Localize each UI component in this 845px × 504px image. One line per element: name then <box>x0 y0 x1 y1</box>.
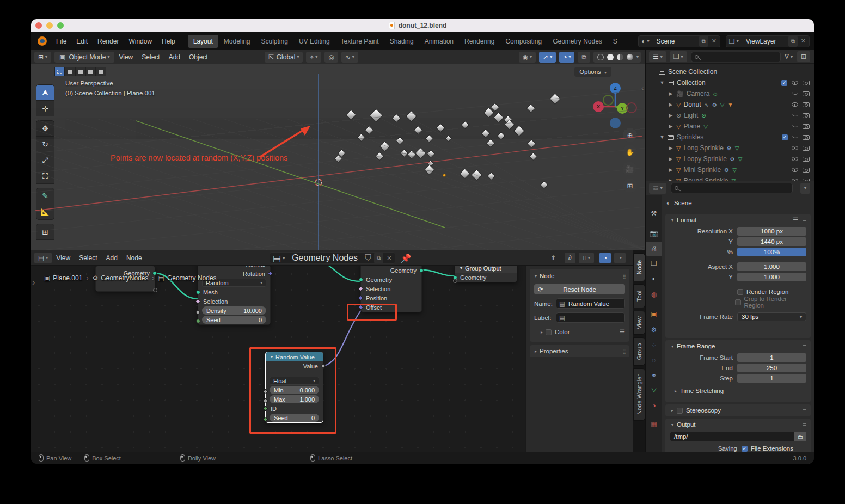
value-field-density[interactable]: Density10.000 <box>202 306 266 315</box>
tab-texture-paint[interactable]: Texture Paint <box>335 35 384 48</box>
render-visibility-icon[interactable] <box>803 135 810 140</box>
outliner-search-input[interactable] <box>691 52 781 62</box>
viewport-menu-select[interactable]: Select <box>137 52 164 63</box>
view-layer-selector[interactable]: ❏▾ ViewLayer ⧉ ✕ <box>726 35 810 47</box>
snap-target-selector[interactable]: ⌖▾ <box>306 52 321 63</box>
properties-tab-world[interactable]: ◍ <box>646 287 662 302</box>
sidebar-tab-tool[interactable]: Tool <box>633 284 645 308</box>
properties-tab-render[interactable]: 📷 <box>646 226 662 241</box>
hide-eye-icon[interactable] <box>792 168 798 172</box>
properties-tab-view-layer[interactable]: ❏ <box>646 256 662 271</box>
geometry-node-editor[interactable]: GeometryNormalRotationRandom▾MeshSelecti… <box>31 250 633 452</box>
expander[interactable]: ▶ <box>668 156 674 162</box>
menu-file[interactable]: File <box>51 35 71 47</box>
tab-compositing[interactable]: Compositing <box>500 35 547 48</box>
geometry-input-socket[interactable] <box>359 278 363 282</box>
node-section-title[interactable]: Node <box>540 273 555 279</box>
output-path-input[interactable]: /tmp/ <box>670 432 794 441</box>
tab-modeling[interactable]: Modeling <box>218 35 256 48</box>
sidebar-tab-group[interactable]: Group <box>633 337 645 366</box>
transform-orientation-selector[interactable]: ⇱Global▾ <box>265 52 303 63</box>
show-gizmo-toggle[interactable]: ↗▾ <box>539 52 556 63</box>
menu-help[interactable]: Help <box>157 35 180 47</box>
hide-eye-icon[interactable] <box>792 81 798 85</box>
view-layer-name[interactable]: ViewLayer <box>742 38 788 45</box>
expander[interactable]: ▶ <box>668 113 674 118</box>
properties-search-input[interactable] <box>671 183 793 193</box>
breadcrumb-item[interactable]: Geometry Nodes <box>167 274 217 282</box>
tree-name[interactable]: Geometry Nodes <box>287 253 362 263</box>
hide-eye-icon[interactable] <box>792 102 798 107</box>
outliner-item-label[interactable]: Loopy Sprinkle <box>683 155 726 163</box>
visibility-checkbox[interactable]: ✓ <box>782 134 788 140</box>
menu-render[interactable]: Render <box>93 35 124 47</box>
frame-range-panel-title[interactable]: Frame Range <box>677 343 715 349</box>
outliner-item-label[interactable]: Scene Collection <box>668 68 717 76</box>
sidebar-tab-node-wrangler[interactable]: Node Wrangler <box>633 368 645 421</box>
snap-node-toggle[interactable]: ∂ <box>565 253 575 263</box>
node-menu-node[interactable]: Node <box>122 253 146 263</box>
outliner-item-label[interactable]: Mini Sprinkle <box>683 166 721 174</box>
tab-s[interactable]: S <box>608 35 623 48</box>
tab-uv-editing[interactable]: UV Editing <box>293 35 335 48</box>
render-visibility-icon[interactable] <box>803 91 810 96</box>
properties-section[interactable]: ▸ Properties ⣿ <box>530 345 629 357</box>
properties-tab-constraints[interactable]: ⚭ <box>646 368 662 383</box>
field-step[interactable]: 1 <box>737 374 806 383</box>
outliner-row-plane[interactable]: ▶▽Plane▽ <box>646 121 814 132</box>
node-group-output[interactable]: ▾Group OutputGeometry <box>455 263 517 282</box>
expander[interactable]: ▶ <box>668 124 674 129</box>
expander[interactable]: ▶ <box>668 91 674 96</box>
tab-geometry-nodes[interactable]: Geometry Nodes <box>547 35 608 48</box>
editor-type-button[interactable]: ▤▾ <box>34 253 52 263</box>
virtual-socket[interactable] <box>153 288 157 292</box>
presets-menu-icon[interactable]: ☰ <box>620 328 625 336</box>
expander[interactable]: ▼ <box>659 80 665 85</box>
viewport-menu-add[interactable]: Add <box>164 52 185 63</box>
breadcrumb-item[interactable]: GeometryNodes <box>101 274 148 282</box>
render-visibility-icon[interactable] <box>803 124 810 129</box>
properties-tab-material[interactable]: ◑ <box>646 398 662 413</box>
node-label-input[interactable]: ▤ <box>556 312 625 323</box>
properties-tab-scene[interactable]: ◐ <box>646 272 662 286</box>
outliner-item-label[interactable]: Plane <box>683 122 700 130</box>
expander[interactable]: ▼ <box>659 134 665 140</box>
node-name-input[interactable]: ▤Random Value <box>556 298 625 309</box>
properties-tab-texture[interactable]: ▦ <box>646 417 662 431</box>
format-panel-title[interactable]: Format <box>677 217 696 223</box>
node-menu-select[interactable]: Select <box>75 253 101 263</box>
new-view-layer-button[interactable]: ⧉ <box>788 36 798 47</box>
properties-tab-object[interactable]: ▣ <box>646 307 662 321</box>
xray-toggle[interactable]: ⧉ <box>578 52 590 63</box>
outliner-item-label[interactable]: Donut <box>683 101 701 108</box>
panel-options-icon[interactable]: = <box>803 421 806 428</box>
reset-node-button[interactable]: ⟳ Reset Node <box>534 284 625 294</box>
output-panel-title[interactable]: Output <box>677 421 696 428</box>
outliner-row-donut[interactable]: ▶▽Donut∿⚙▽▼ <box>646 99 814 110</box>
tab-shading[interactable]: Shading <box>384 35 419 48</box>
menu-window[interactable]: Window <box>124 35 157 47</box>
display-mode-selector[interactable]: ❏▾ <box>670 51 687 62</box>
outliner-item-label[interactable]: Light <box>684 112 698 119</box>
properties-tab-modifiers[interactable]: ⚙ <box>646 323 662 337</box>
tab-rendering[interactable]: Rendering <box>459 35 500 48</box>
value-field-seed[interactable]: Seed0 <box>202 316 266 324</box>
checkbox-render-region[interactable] <box>737 289 743 295</box>
mode-selector[interactable]: ▣Object Mode▾ <box>54 52 114 63</box>
show-overlays-toggle[interactable]: ◔▾ <box>559 52 574 63</box>
render-visibility-icon[interactable] <box>803 113 810 118</box>
shading-mode-buttons[interactable]: ▾ <box>593 52 641 63</box>
outliner-row-scene-collection[interactable]: Scene Collection <box>646 66 814 77</box>
render-visibility-icon[interactable] <box>803 81 810 85</box>
panel-options-icon[interactable]: = <box>803 217 806 223</box>
check-label[interactable]: Render Region <box>746 288 788 295</box>
tab-animation[interactable]: Animation <box>419 35 459 48</box>
node-menu-view[interactable]: View <box>52 253 75 263</box>
tab-sculpting[interactable]: Sculpting <box>256 35 293 48</box>
render-visibility-icon[interactable] <box>803 146 810 151</box>
field--[interactable]: 100% <box>737 248 806 256</box>
stereoscopy-checkbox[interactable] <box>677 408 683 414</box>
outliner-row-light[interactable]: ▶⊙Light⊙ <box>646 110 814 121</box>
time-stretching-section[interactable]: ▸Time Stretching <box>673 385 811 396</box>
render-visibility-icon[interactable] <box>803 168 810 173</box>
